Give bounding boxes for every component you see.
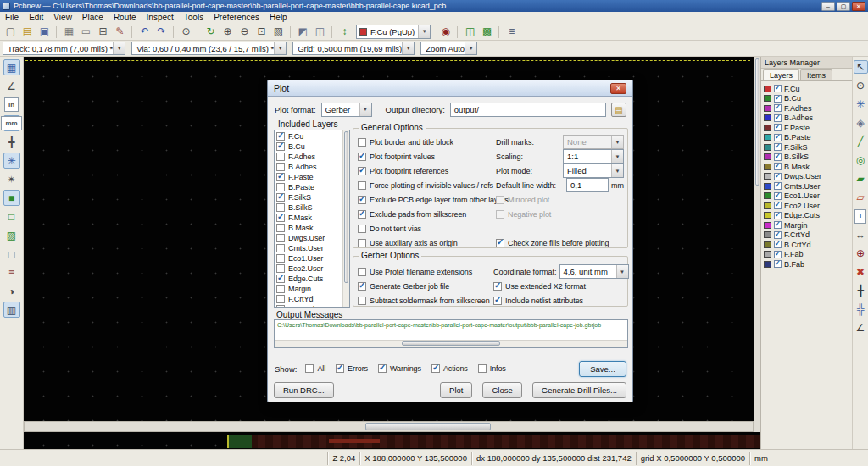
output-directory-input[interactable]: output/ [450, 103, 606, 117]
run-drc-button[interactable]: Run DRC... [274, 382, 334, 398]
layer-row[interactable]: B.SilkS [764, 153, 852, 163]
footprint-viewer-icon[interactable]: ◫ [312, 24, 328, 40]
grid-select[interactable]: Grid: 0,5000 mm (19,69 mils)▼ [292, 42, 415, 55]
units-inch-icon[interactable]: in [3, 97, 20, 113]
layer-row[interactable]: B.Paste [764, 133, 852, 143]
dialog-title-bar[interactable]: Plot ✕ [268, 80, 632, 97]
general-option-checkbox[interactable]: Check zone fills before plotting [496, 236, 624, 250]
output-messages-scrollbar[interactable] [275, 340, 627, 347]
included-layer-checkbox[interactable]: Margin [276, 284, 349, 294]
layer-visibility-checkbox[interactable] [774, 153, 782, 161]
layer-row[interactable]: F.Cu [764, 84, 852, 94]
included-layer-checkbox[interactable]: F.Adhes [276, 152, 349, 162]
browse-output-directory-button[interactable]: ▤ [611, 103, 626, 117]
undo-icon[interactable]: ↶ [136, 24, 153, 40]
layer-visibility-checkbox[interactable] [774, 251, 782, 258]
plot-format-select[interactable]: Gerber ▼ [321, 103, 372, 117]
general-option-checkbox[interactable]: Exclude pads from silkscreen [358, 207, 498, 221]
layer-visibility-checkbox[interactable] [774, 104, 782, 112]
layer-row[interactable]: B.Mask [764, 162, 852, 172]
layer-color-swatch[interactable] [764, 95, 771, 102]
gerber-option-checkbox[interactable]: Use Protel filename extensions [358, 264, 498, 279]
scaling-select[interactable]: 1:1 ▼ [563, 149, 624, 164]
general-option-checkbox[interactable]: Negative plot [496, 207, 624, 221]
layer-visibility-checkbox[interactable] [774, 124, 782, 131]
add-text-tool-icon[interactable]: T [854, 209, 868, 223]
included-layer-checkbox[interactable]: Edge.Cuts [276, 274, 349, 284]
layer-visibility-checkbox[interactable] [774, 192, 782, 200]
layer-visibility-checkbox[interactable] [774, 212, 782, 219]
included-layer-checkbox[interactable]: Eco2.User [276, 264, 349, 274]
add-keepout-tool-icon[interactable]: ▱ [854, 191, 868, 204]
general-option-checkbox[interactable]: Plot footprint references [358, 164, 498, 178]
active-layer-select[interactable]: F.Cu (PgUp) ▼ [356, 25, 431, 39]
menu-item[interactable]: Help [264, 12, 292, 23]
layer-color-swatch[interactable] [764, 212, 771, 219]
canvas-horizontal-scrollbar[interactable] [24, 421, 754, 432]
general-option-checkbox[interactable]: Plot border and title block [358, 135, 498, 149]
general-option-checkbox[interactable]: Use auxiliary axis as origin [358, 236, 498, 250]
show-filter-checkbox[interactable]: Errors [336, 362, 368, 375]
scripting-console-icon[interactable]: ≡ [504, 24, 520, 40]
layer-color-swatch[interactable] [764, 125, 771, 131]
board-setup-icon[interactable]: ▦ [61, 24, 77, 40]
included-layer-checkbox[interactable]: F.SilkS [276, 192, 349, 202]
menu-item[interactable]: Inspect [142, 12, 179, 23]
menu-item[interactable]: File [0, 12, 24, 23]
layer-color-swatch[interactable] [764, 241, 771, 248]
grid-origin-tool-icon[interactable]: ╬ [854, 302, 868, 316]
layer-row[interactable]: Dwgs.User [764, 172, 852, 182]
layer-row[interactable]: Eco1.User [764, 191, 852, 202]
net-highlight-icon[interactable]: ◉ [437, 24, 453, 40]
scrollbar-thumb[interactable] [755, 58, 760, 186]
show-filter-checkbox[interactable]: All [305, 362, 326, 375]
add-footprint-tool-icon[interactable]: ◈ [854, 116, 868, 130]
via-size-select[interactable]: Via: 0,60 / 0,40 mm (23,6 / 15,7 mils) *… [131, 42, 287, 55]
layers-manager-toggle-icon[interactable]: ▥ [3, 302, 20, 318]
zone-outline-mode-icon[interactable]: □ [3, 208, 20, 225]
included-layer-checkbox[interactable]: B.Paste [276, 182, 349, 192]
refresh-icon[interactable]: ↻ [203, 24, 219, 40]
minimize-button[interactable]: – [821, 2, 835, 11]
layer-color-swatch[interactable] [764, 202, 771, 209]
scrollbar-thumb[interactable] [344, 131, 348, 283]
add-via-tool-icon[interactable]: ◎ [854, 153, 868, 167]
layer-color-swatch[interactable] [764, 222, 771, 229]
layer-visibility-checkbox[interactable] [774, 260, 782, 268]
open-board-icon[interactable]: ▤ [19, 24, 36, 40]
show-filter-checkbox[interactable]: Infos [478, 362, 506, 375]
plot-button[interactable]: Plot [440, 382, 472, 398]
layer-color-swatch[interactable] [764, 251, 771, 258]
layer-visibility-checkbox[interactable] [774, 221, 782, 229]
included-layer-checkbox[interactable]: B.SilkS [276, 202, 349, 213]
layer-color-swatch[interactable] [764, 183, 771, 190]
tab-layers[interactable]: Layers [763, 69, 799, 80]
layer-row[interactable]: B.Fab [764, 259, 852, 269]
show-3d-viewer-icon[interactable]: ▩ [479, 24, 495, 40]
plot-mode-select[interactable]: Filled ▼ [563, 164, 624, 178]
maximize-button[interactable]: ▢ [837, 2, 850, 11]
save-report-button[interactable]: Save... [579, 361, 626, 377]
delete-tool-icon[interactable]: ✖ [854, 265, 868, 279]
layer-row[interactable]: B.Cu [764, 94, 852, 104]
canvas-vertical-scrollbar[interactable] [754, 57, 760, 432]
layer-color-swatch[interactable] [764, 144, 771, 151]
add-dimension-tool-icon[interactable]: ↔ [854, 228, 868, 241]
drill-origin-tool-icon[interactable]: ╋ [854, 284, 868, 297]
scrollbar-thumb[interactable] [365, 423, 491, 430]
layer-row[interactable]: F.Adhes [764, 103, 852, 114]
measure-tool-icon[interactable]: ∠ [854, 321, 868, 335]
polar-coords-icon[interactable]: ∠ [3, 78, 20, 94]
included-layer-checkbox[interactable]: B.CrtYd [276, 304, 349, 308]
generate-drill-files-button[interactable]: Generate Drill Files... [532, 382, 626, 398]
layer-color-swatch[interactable] [764, 114, 771, 121]
cursor-shape-icon[interactable]: ╋ [3, 134, 20, 150]
gerber-option-checkbox[interactable]: Use extended X2 format [493, 279, 624, 293]
print-icon[interactable]: ⊟ [95, 24, 111, 40]
layer-visibility-checkbox[interactable] [774, 173, 782, 180]
grid-toggle-icon[interactable]: ▦ [3, 59, 20, 75]
tab-items[interactable]: Items [800, 69, 832, 80]
layer-color-swatch[interactable] [764, 192, 771, 199]
included-layer-checkbox[interactable]: F.Cu [276, 131, 349, 141]
dialog-close-action-button[interactable]: Close [482, 382, 521, 398]
